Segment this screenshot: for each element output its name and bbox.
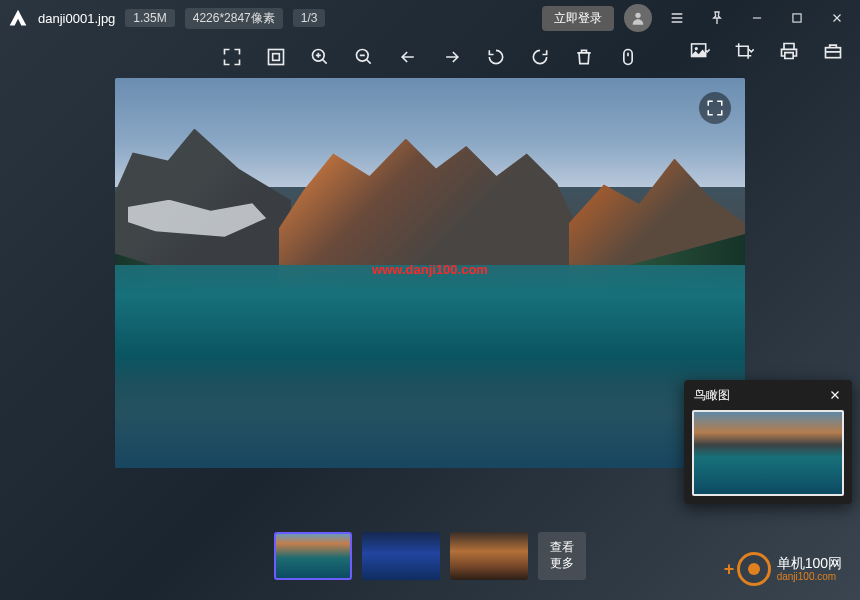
birdseye-close-icon[interactable] [828,388,842,402]
svg-point-0 [635,13,640,18]
print-icon[interactable] [778,40,800,62]
svg-rect-6 [624,50,632,65]
minimize-button[interactable] [742,3,772,33]
image-watermark: www.danji100.com [372,262,488,277]
index-badge: 1/3 [293,9,326,27]
thumbnail-2[interactable] [362,532,440,580]
close-button[interactable] [822,3,852,33]
main-image[interactable]: www.danji100.com [115,78,745,468]
menu-icon[interactable] [662,3,692,33]
delete-icon[interactable] [573,46,595,68]
toolbox-icon[interactable] [822,40,844,62]
filename-label: danji0001.jpg [38,11,115,26]
image-dropdown-icon[interactable] [690,40,712,62]
titlebar: danji0001.jpg 1.35M 4226*2847像素 1/3 立即登录 [0,0,860,36]
maximize-button[interactable] [782,3,812,33]
birdseye-panel: 鸟瞰图 [684,380,852,504]
site-logo-icon [737,552,771,586]
svg-rect-1 [793,14,801,22]
more-line1: 查看 [550,540,574,556]
birdseye-thumbnail[interactable] [692,410,844,496]
fullscreen-icon[interactable] [221,46,243,68]
mouse-icon[interactable] [617,46,639,68]
svg-rect-2 [269,50,284,65]
view-more-button[interactable]: 查看 更多 [538,532,586,580]
more-line2: 更多 [550,556,574,572]
pin-icon[interactable] [702,3,732,33]
site-name-en: danji100.com [777,571,842,582]
fit-icon[interactable] [265,46,287,68]
previous-icon[interactable] [397,46,419,68]
thumbnail-3[interactable] [450,532,528,580]
crop-dropdown-icon[interactable] [734,40,756,62]
dimensions-badge: 4226*2847像素 [185,8,283,29]
app-logo-icon [8,8,28,28]
filesize-badge: 1.35M [125,9,174,27]
toolbar-right [690,40,844,62]
svg-point-8 [695,47,698,50]
expand-overlay-button[interactable] [699,92,731,124]
next-icon[interactable] [441,46,463,68]
zoom-in-icon[interactable] [309,46,331,68]
svg-rect-3 [273,54,280,61]
site-watermark[interactable]: 单机100网 danji100.com [737,552,842,586]
birdseye-title: 鸟瞰图 [694,387,730,404]
rotate-left-icon[interactable] [485,46,507,68]
site-name-cn: 单机100网 [777,556,842,571]
rotate-right-icon[interactable] [529,46,551,68]
thumbnail-1[interactable] [274,532,352,580]
avatar-button[interactable] [624,4,652,32]
thumbnail-strip: 查看 更多 [274,532,586,580]
login-button[interactable]: 立即登录 [542,6,614,31]
zoom-out-icon[interactable] [353,46,375,68]
